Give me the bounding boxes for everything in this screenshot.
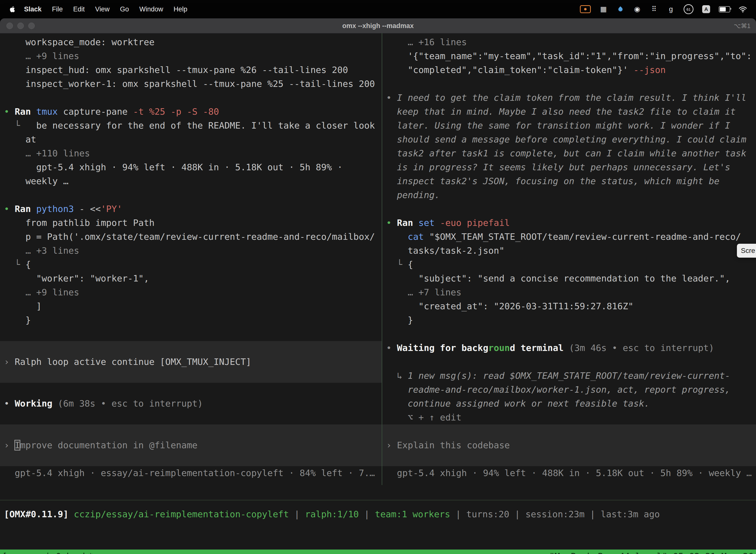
text-segment: … +16 lines	[386, 37, 467, 47]
active-app-menu[interactable]: Slack	[19, 5, 47, 13]
terminal-line: ]	[4, 299, 382, 313]
text-segment: -euo pipefail	[440, 218, 510, 228]
terminal-line: … +3 lines	[4, 244, 382, 258]
blank-line	[4, 383, 382, 397]
dots-grid-icon[interactable]: ⠿	[650, 4, 658, 14]
text-segment: Waiting for backg	[397, 343, 488, 353]
tmux-status-bar: [omx-cczip0:bash* "MacBook-Pro-44.local"…	[0, 550, 756, 554]
text-segment: readme-and-reco/mailbox/worker-1.json, a…	[386, 384, 730, 395]
text-segment: … +110 lines	[4, 148, 90, 158]
text-segment: be necessary for the end of the README. …	[36, 120, 375, 130]
text-segment: •	[386, 93, 397, 103]
ran-command-line: • Ran tmux capture-pane -t %25 -p -S -80	[4, 105, 382, 119]
text-segment: └	[4, 120, 36, 130]
terminal-line: › Ralph loop active continue [OMX_TMUX_I…	[4, 355, 382, 369]
menu-edit[interactable]: Edit	[68, 5, 90, 13]
thinking-line: pending.	[386, 188, 756, 202]
menu-window[interactable]: Window	[134, 5, 169, 13]
terminal-window: omx --xhigh --madmax ⌥⌘1 workspace_mode:…	[0, 18, 756, 554]
text-segment: ralph:1/10	[305, 509, 359, 519]
text-segment: "completed","claim_token":"claim-token"}…	[386, 65, 633, 75]
text-segment: ›	[4, 440, 15, 450]
text-segment: •	[386, 343, 397, 353]
blank-line	[386, 77, 756, 91]
input-source-icon[interactable]: A	[702, 4, 710, 14]
blank-line	[4, 410, 382, 425]
text-segment: d terminal	[510, 343, 569, 353]
edit-hint-line: ⌥ + ↑ edit	[386, 410, 756, 425]
text-segment: cat	[408, 232, 429, 242]
screen-recording-icon[interactable]	[580, 4, 591, 14]
text-segment: tasks/task-2.json"	[386, 245, 504, 256]
battery-icon[interactable]	[719, 4, 730, 14]
terminal-line: "created_at": "2026-03-31T11:59:27.816Z"	[386, 299, 756, 313]
terminal-pane-left[interactable]: workspace_mode: worktree … +9 lines insp…	[0, 33, 382, 485]
water-drop-icon[interactable]	[616, 4, 625, 14]
text-segment: [OMX#0.11.9]	[4, 509, 74, 519]
text-segment: later. Using the same for transition mig…	[386, 120, 730, 130]
menu-help[interactable]: Help	[169, 5, 193, 13]
thinking-line: should send a message before completing …	[386, 132, 756, 147]
text-segment: I need to get the claim token from the c…	[397, 93, 746, 103]
text-segment: •	[4, 204, 15, 214]
text-segment: (3m 46s • esc to interrupt)	[569, 343, 714, 353]
text-segment: team:1 workers	[375, 509, 450, 519]
text-segment: 1 new msg(s): read $OMX_TEAM_STATE_ROOT/…	[408, 371, 730, 381]
text-segment: should send a message before completing …	[386, 134, 746, 145]
circular-61-icon[interactable]: 61	[684, 4, 693, 14]
wifi-icon[interactable]	[739, 4, 747, 14]
blank-line	[4, 91, 382, 105]
waiting-status-line: • Waiting for background terminal (3m 46…	[386, 341, 756, 355]
menu-view[interactable]: View	[90, 5, 115, 13]
text-segment: continue assigned work or next feasible …	[386, 398, 649, 408]
text-segment: ↳	[386, 371, 408, 381]
tmux-session-label: [omx-cczip0:bash*	[0, 550, 93, 554]
thinking-line: keep that in mind. Maybe I also need the…	[386, 105, 756, 119]
text-segment: }	[4, 315, 31, 325]
window-title-bar[interactable]: omx --xhigh --madmax ⌥⌘1	[0, 18, 756, 34]
disc-icon[interactable]: ◉	[633, 4, 641, 14]
text-segment: inspect_hud: omx sparkshell --tmux-pane …	[4, 65, 348, 75]
window-shortcut-hint: ⌥⌘1	[734, 22, 756, 30]
text-segment: inspect task2's JSON, focusing on the st…	[386, 176, 719, 186]
text-segment: - <<	[79, 204, 101, 214]
terminal-line: '{"team_name":"my-team","task_id":"1","f…	[386, 49, 756, 63]
text-segment: mprove documentation in @filename	[20, 440, 197, 450]
tmux-host-clock-label: "MacBook-Pro-44.local" 05:03 31-Mar-26	[549, 550, 756, 554]
terminal-line: … +110 lines	[4, 147, 382, 160]
status-icons: ▦◉⠿g61A	[580, 4, 756, 14]
screenshot-overlay[interactable]: Scre	[737, 244, 756, 258]
terminal-line: › Improve documentation in @filename	[4, 438, 382, 452]
thinking-line: • I need to get the claim token from the…	[386, 91, 756, 105]
text-segment: ⌥ + ↑ edit	[386, 412, 461, 423]
menu-file[interactable]: File	[47, 5, 68, 13]
apple-menu[interactable]	[8, 4, 19, 14]
menu-go[interactable]: Go	[115, 5, 134, 13]
text-segment: tmux	[36, 107, 63, 117]
terminal-line: gpt-5.4 xhigh · 94% left · 488K in · 5.1…	[4, 160, 382, 174]
g-app-icon[interactable]: g	[667, 4, 675, 14]
text-segment: --json	[633, 65, 666, 75]
injected-message-band[interactable]: › Ralph loop active continue [OMX_TMUX_I…	[0, 341, 382, 383]
terminal-pane-right[interactable]: … +16 lines '{"team_name":"my-team","tas…	[382, 33, 756, 485]
terminal-line: └ {	[4, 258, 382, 272]
blank-line	[4, 327, 382, 341]
terminal-line: … +16 lines	[386, 35, 756, 49]
text-segment: roun	[488, 343, 510, 353]
prompt-input[interactable]: › Explain this codebase	[382, 425, 756, 466]
blank-line	[4, 188, 382, 202]
text-segment: python3	[36, 204, 79, 214]
text-segment: •	[4, 398, 15, 408]
text-segment: pending.	[386, 190, 440, 200]
tmux-panes: workspace_mode: worktree … +9 lines insp…	[0, 33, 756, 485]
text-segment: … +9 lines	[4, 51, 79, 61]
mailbox-note-line: ↳ 1 new msg(s): read $OMX_TEAM_STATE_ROO…	[386, 369, 756, 383]
prompt-input[interactable]: › Improve documentation in @filename	[0, 425, 382, 466]
text-segment: {	[25, 259, 31, 270]
text-segment: Ralph loop active continue [OMX_TMUX_INJ…	[15, 357, 251, 367]
text-segment: 'PY'	[101, 204, 122, 214]
terminal-line: workspace_mode: worktree	[4, 35, 382, 49]
window-grid-icon[interactable]: ▦	[599, 4, 608, 14]
text-segment: gpt-5.4 xhigh · 94% left · 488K in · 5.1…	[386, 468, 752, 478]
text-segment: at	[4, 134, 36, 145]
